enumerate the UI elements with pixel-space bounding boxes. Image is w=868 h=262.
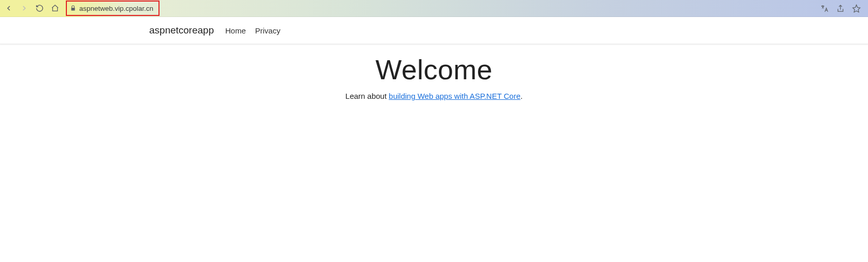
reload-button[interactable] — [35, 4, 44, 13]
home-button[interactable] — [50, 4, 60, 13]
nav-link-privacy[interactable]: Privacy — [255, 26, 280, 35]
subtitle-prefix: Learn about — [345, 92, 388, 100]
page-title: Welcome — [0, 54, 868, 85]
subtitle-link[interactable]: building Web apps with ASP.NET Core — [389, 92, 521, 100]
address-highlight: aspnetweb.vip.cpolar.cn — [66, 1, 160, 16]
page-content: Welcome Learn about building Web apps wi… — [0, 44, 868, 100]
share-icon[interactable] — [836, 4, 845, 13]
forward-button[interactable] — [20, 4, 29, 13]
brand[interactable]: aspnetcoreapp — [149, 25, 214, 36]
back-button[interactable] — [4, 4, 13, 13]
subtitle: Learn about building Web apps with ASP.N… — [0, 92, 868, 100]
nav-link-home[interactable]: Home — [225, 26, 246, 35]
page-nav: aspnetcoreapp Home Privacy — [0, 17, 868, 44]
lock-icon — [70, 5, 76, 11]
subtitle-suffix: . — [521, 92, 523, 100]
url-text[interactable]: aspnetweb.vip.cpolar.cn — [79, 5, 153, 12]
nav-controls — [4, 4, 60, 13]
translate-icon[interactable] — [820, 4, 829, 13]
address-area: aspnetweb.vip.cpolar.cn — [66, 0, 820, 16]
browser-toolbar: aspnetweb.vip.cpolar.cn — [0, 0, 868, 17]
star-icon[interactable] — [852, 4, 861, 13]
toolbar-right — [820, 4, 864, 13]
